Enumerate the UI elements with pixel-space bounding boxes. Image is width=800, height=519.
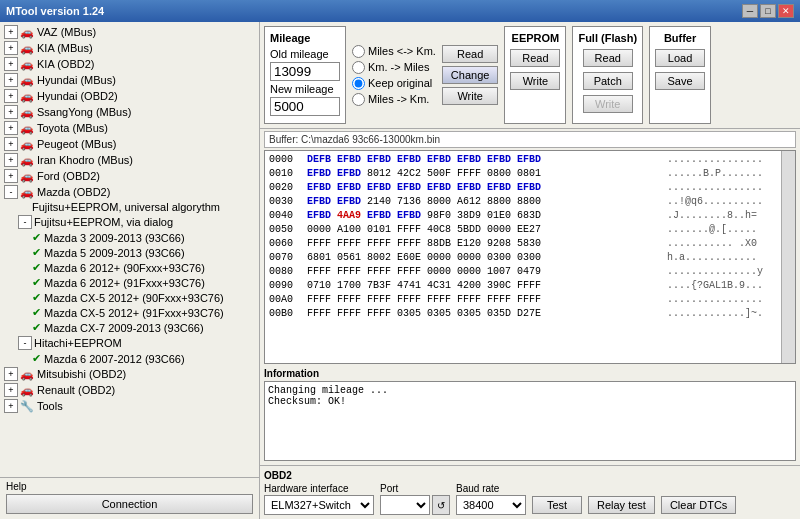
car-icon: 🚗 (20, 58, 34, 71)
expander-icon: + (4, 399, 18, 413)
sidebar-label-toyota: Toyota (MBus) (37, 122, 108, 134)
radio-miles-km2[interactable]: Miles -> Km. (352, 93, 436, 106)
sidebar-item-hitachi-eeprom[interactable]: - Hitachi+EEPROM (0, 335, 259, 351)
baud-rate-select[interactable]: 38400 (456, 495, 526, 515)
load-buffer-button[interactable]: Load (655, 49, 705, 67)
flash-title: Full (Flash) (578, 32, 637, 44)
check-icon: ✔ (32, 231, 41, 244)
mileage-box: Mileage Old mileage New mileage (264, 26, 346, 124)
sidebar-item-ford-obd2[interactable]: + 🚗 Ford (OBD2) (0, 168, 259, 184)
sidebar-item-tools[interactable]: + 🔧 Tools (0, 398, 259, 414)
baud-rate-label: Baud rate (456, 483, 526, 494)
hw-interface-label: Hardware interface (264, 483, 374, 494)
sidebar-item-vaz[interactable]: + 🚗 VAZ (MBus) (0, 24, 259, 40)
sidebar-label-mazda3: Mazda 3 2009-2013 (93C66) (44, 232, 185, 244)
hex-scrollbar[interactable] (781, 151, 795, 363)
info-line: Changing mileage ... (268, 385, 792, 396)
sidebar-help-section: Help Connection (0, 477, 259, 517)
sidebar-item-mazda3-2009[interactable]: ✔ Mazda 3 2009-2013 (93C66) (0, 230, 259, 245)
obd2-row: Hardware interface ELM327+Switch Port ↺ (264, 483, 796, 515)
sidebar-item-hyundai-obd2[interactable]: + 🚗 Hyundai (OBD2) (0, 88, 259, 104)
close-button[interactable]: ✕ (778, 4, 794, 18)
sidebar-label-mazda5: Mazda 5 2009-2013 (93C66) (44, 247, 185, 259)
old-mileage-input[interactable] (270, 62, 340, 81)
sidebar-label-hitachi: Hitachi+EEPROM (34, 337, 122, 349)
sidebar-label-mazda6-90f: Mazda 6 2012+ (90Fxxx+93C76) (44, 262, 205, 274)
write-mileage-button[interactable]: Write (442, 87, 499, 105)
sidebar-item-renault[interactable]: + 🚗 Renault (OBD2) (0, 382, 259, 398)
hex-row: 00706801 0561 8002 E60E 0000 0000 0300 0… (269, 251, 777, 265)
maximize-button[interactable]: □ (760, 4, 776, 18)
sidebar-item-kia-mbus[interactable]: + 🚗 KIA (MBus) (0, 40, 259, 56)
car-icon: 🚗 (20, 154, 34, 167)
radio-miles-km[interactable]: Miles <-> Km. (352, 45, 436, 58)
expander-icon: - (4, 185, 18, 199)
minimize-button[interactable]: ─ (742, 4, 758, 18)
eeprom-box: EEPROM Read Write (504, 26, 566, 124)
sidebar-item-mazdacx5-90f[interactable]: ✔ Mazda CX-5 2012+ (90Fxxx+93C76) (0, 290, 259, 305)
hw-interface-select[interactable]: ELM327+Switch (264, 495, 374, 515)
patch-flash-button[interactable]: Patch (583, 72, 633, 90)
sidebar-label-peugeot: Peugeot (MBus) (37, 138, 116, 150)
sidebar-label-hyundai-obd2: Hyundai (OBD2) (37, 90, 118, 102)
port-group: Port ↺ (380, 483, 450, 515)
sidebar-label-mazdacx5-90f: Mazda CX-5 2012+ (90Fxxx+93C76) (44, 292, 224, 304)
baud-rate-group: Baud rate 38400 (456, 483, 526, 515)
sidebar-item-mazda5-2009[interactable]: ✔ Mazda 5 2009-2013 (93C66) (0, 245, 259, 260)
sidebar-item-mazda-obd2[interactable]: - 🚗 Mazda (OBD2) (0, 184, 259, 200)
new-mileage-row: New mileage (270, 83, 340, 95)
sidebar-item-mazdacx5-91f[interactable]: ✔ Mazda CX-5 2012+ (91Fxxx+93C76) (0, 305, 259, 320)
read-mileage-button[interactable]: Read (442, 45, 499, 63)
relay-test-button[interactable]: Relay test (588, 496, 655, 514)
sidebar-item-hyundai-mbus[interactable]: + 🚗 Hyundai (MBus) (0, 72, 259, 88)
sidebar-label-ford-obd2: Ford (OBD2) (37, 170, 100, 182)
radio-km-miles[interactable]: Km. -> Miles (352, 61, 436, 74)
write-eeprom-button[interactable]: Write (510, 72, 560, 90)
old-mileage-input-row (270, 62, 340, 81)
buffer-box: Buffer Load Save (649, 26, 711, 124)
car-icon: 🚗 (20, 90, 34, 103)
connection-button[interactable]: Connection (6, 494, 253, 514)
obd2-title: OBD2 (264, 470, 796, 481)
save-buffer-button[interactable]: Save (655, 72, 705, 90)
sidebar-item-mazda6-2007[interactable]: ✔ Mazda 6 2007-2012 (93C66) (0, 351, 259, 366)
check-icon: ✔ (32, 306, 41, 319)
sidebar-item-peugeot[interactable]: + 🚗 Peugeot (MBus) (0, 136, 259, 152)
sidebar-item-mazda6-90f[interactable]: ✔ Mazda 6 2012+ (90Fxxx+93C76) (0, 260, 259, 275)
car-icon: 🚗 (20, 384, 34, 397)
help-label: Help (6, 481, 253, 492)
port-refresh-button[interactable]: ↺ (432, 495, 450, 515)
mileage-title: Mileage (270, 32, 340, 44)
expander-icon: + (4, 169, 18, 183)
car-icon: 🚗 (20, 106, 34, 119)
port-select[interactable] (380, 495, 430, 515)
info-title: Information (264, 368, 796, 379)
hex-row: 0010EFBD EFBD 8012 42C2 500F FFFF 0800 0… (269, 167, 777, 181)
sidebar-item-fujitsu-eeprom-univ[interactable]: Fujitsu+EEPROM, universal algorythm (0, 200, 259, 214)
sidebar-item-ssangyong[interactable]: + 🚗 SsangYong (MBus) (0, 104, 259, 120)
sidebar-label-ssangyong: SsangYong (MBus) (37, 106, 131, 118)
sidebar-item-fujitsu-eeprom-via[interactable]: - Fujitsu+EEPROM, via dialog (0, 214, 259, 230)
sidebar-item-iran-khodro[interactable]: + 🚗 Iran Khodro (MBus) (0, 152, 259, 168)
sidebar-item-mitsubishi[interactable]: + 🚗 Mitsubishi (OBD2) (0, 366, 259, 382)
read-eeprom-button[interactable]: Read (510, 49, 560, 67)
check-icon: ✔ (32, 352, 41, 365)
sidebar-item-mazda6-91f[interactable]: ✔ Mazda 6 2012+ (91Fxxx+93C76) (0, 275, 259, 290)
expander-icon: + (4, 25, 18, 39)
write-flash-button[interactable]: Write (583, 95, 633, 113)
hw-interface-group: Hardware interface ELM327+Switch (264, 483, 374, 515)
sidebar-item-toyota[interactable]: + 🚗 Toyota (MBus) (0, 120, 259, 136)
sidebar-label-kia-obd2: KIA (OBD2) (37, 58, 94, 70)
sidebar-item-mazdacx7[interactable]: ✔ Mazda CX-7 2009-2013 (93C66) (0, 320, 259, 335)
read-flash-button[interactable]: Read (583, 49, 633, 67)
new-mileage-input[interactable] (270, 97, 340, 116)
test-button[interactable]: Test (532, 496, 582, 514)
expander-icon: - (18, 336, 32, 350)
clear-dtcs-button[interactable]: Clear DTCs (661, 496, 736, 514)
sidebar-item-kia-obd2[interactable]: + 🚗 KIA (OBD2) (0, 56, 259, 72)
title-bar: MTool version 1.24 ─ □ ✕ (0, 0, 800, 22)
radio-keep-original[interactable]: Keep original (352, 77, 436, 90)
change-mileage-button[interactable]: Change (442, 66, 499, 84)
hex-area: 0000DEFB EFBD EFBD EFBD EFBD EFBD EFBD E… (264, 150, 796, 364)
check-icon: ✔ (32, 321, 41, 334)
